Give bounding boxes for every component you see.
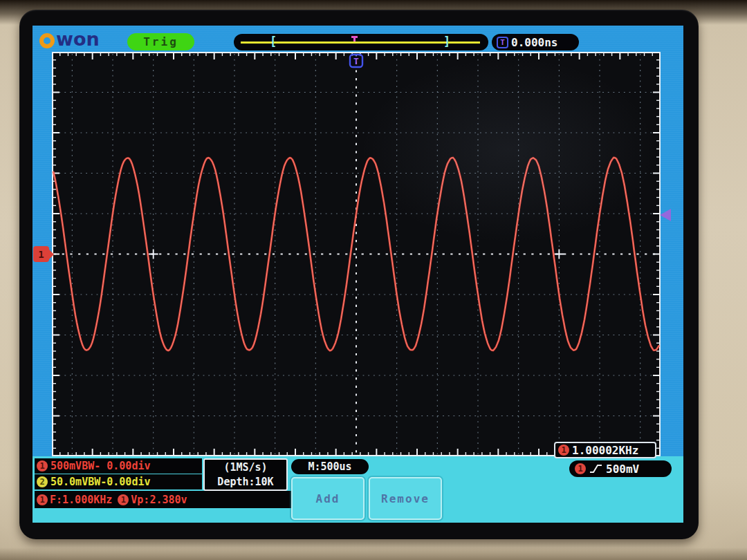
trigger-settings-readout: 1 500mV bbox=[569, 460, 672, 477]
frequency-counter-box: 1 1.00002KHz bbox=[554, 442, 656, 458]
remove-button[interactable]: Remove bbox=[369, 477, 442, 520]
trigger-level-value: 500mV bbox=[606, 463, 639, 476]
graticule: T bbox=[52, 52, 661, 456]
ch1-scale-text: 500mVBW- 0.00div bbox=[50, 460, 151, 472]
measurement-readout: 1 F:1.000KHz 1 Vp:2.380v bbox=[35, 491, 293, 508]
oscilloscope-front-panel: T won Trig [ ] T 0.000ns 1 1 1.00002KHz … bbox=[0, 0, 747, 560]
trigger-position-icon-letter: T bbox=[353, 56, 359, 66]
add-button[interactable]: Add bbox=[291, 477, 365, 520]
ch1-badge-icon: 1 bbox=[118, 494, 129, 505]
desk-shadow bbox=[0, 548, 747, 560]
trigger-position-tick-icon bbox=[351, 36, 358, 38]
timebase-readout: M:500us bbox=[291, 459, 369, 474]
owon-logo-o-ring bbox=[39, 33, 55, 48]
trigger-t-icon: T bbox=[497, 37, 508, 48]
trigger-time-readout: T 0.000ns bbox=[492, 34, 579, 50]
sample-rate-text: (1MS/s) bbox=[223, 460, 267, 475]
vpp-measurement-text: Vp:2.380v bbox=[131, 494, 187, 506]
trigger-status-badge: Trig bbox=[127, 33, 194, 50]
frequency-measurement: 1 F:1.000KHz bbox=[37, 494, 112, 506]
ch2-scale-text: 50.0mVBW-0.00div bbox=[50, 476, 151, 488]
waveform-display: T bbox=[52, 52, 661, 456]
ch2-scale-readout: 2 50.0mVBW-0.00div bbox=[35, 474, 202, 489]
frequency-measurement-text: F:1.000KHz bbox=[50, 494, 112, 506]
owon-logo: won bbox=[39, 30, 100, 51]
trigger-time-value: 0.000ns bbox=[511, 36, 557, 49]
record-depth-text: Depth:10K bbox=[217, 475, 273, 489]
vpp-measurement: 1 Vp:2.380v bbox=[118, 494, 187, 506]
ch1-badge-icon: 1 bbox=[37, 494, 48, 505]
view-window-right-bracket-icon: ] bbox=[443, 35, 450, 49]
trigger-level-marker-icon[interactable] bbox=[660, 209, 671, 221]
frequency-counter-value: 1.00002KHz bbox=[572, 444, 638, 457]
acquisition-readout: (1MS/s) Depth:10K bbox=[203, 458, 288, 491]
record-view-bar: [ ] bbox=[234, 34, 488, 50]
rising-edge-icon bbox=[589, 464, 602, 474]
ch1-badge-icon: 1 bbox=[558, 445, 569, 456]
view-window-left-bracket-icon: [ bbox=[270, 35, 277, 49]
trigger-source-badge-icon: 1 bbox=[575, 463, 586, 474]
ch1-badge-icon: 1 bbox=[37, 460, 48, 472]
owon-logo-text: won bbox=[56, 32, 100, 47]
ch2-badge-icon: 2 bbox=[37, 476, 48, 487]
ch1-level-marker[interactable]: 1 bbox=[33, 246, 49, 262]
ch1-scale-readout: 1 500mVBW- 0.00div bbox=[35, 458, 202, 474]
